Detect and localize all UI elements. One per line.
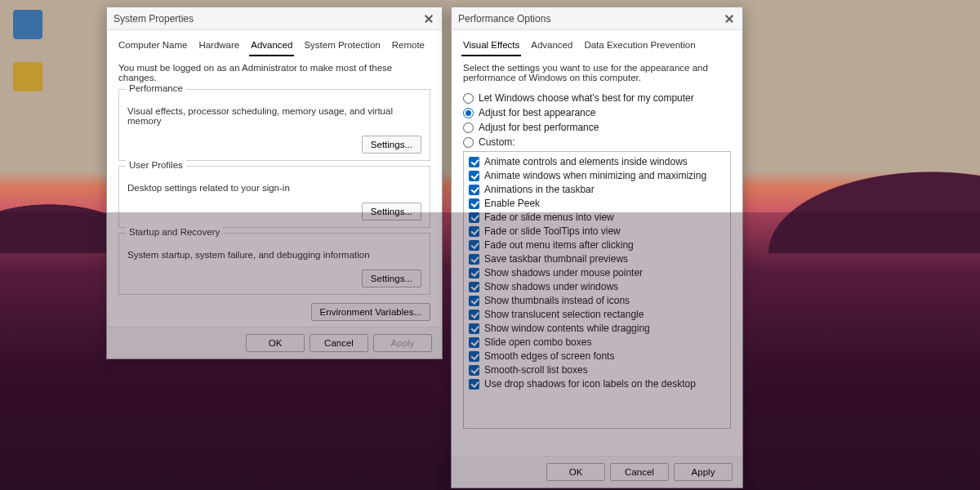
tab-system-protection[interactable]: System Protection: [302, 37, 381, 56]
visual-effect-option[interactable]: Fade or slide ToolTips into view: [469, 225, 725, 238]
checkbox-icon: [469, 254, 479, 265]
close-icon[interactable]: [422, 12, 435, 25]
group-performance: PerformanceVisual effects, processor sch…: [118, 89, 430, 161]
group-legend: User Profiles: [126, 160, 186, 170]
radio-label: Adjust for best performance: [479, 122, 599, 133]
radio-icon: [463, 93, 474, 104]
checkbox-icon: [469, 226, 479, 237]
visual-effect-option[interactable]: Fade or slide menus into view: [469, 211, 725, 225]
radio-icon: [463, 108, 474, 118]
checkbox-icon: [469, 310, 479, 320]
tab-visual-effects[interactable]: Visual Effects: [461, 37, 521, 56]
desktop-icon[interactable]: [7, 10, 49, 41]
close-icon[interactable]: [723, 12, 736, 25]
tab-computer-name[interactable]: Computer Name: [117, 37, 189, 56]
checkbox-icon: [469, 379, 479, 390]
settings-button[interactable]: Settings...: [362, 203, 421, 220]
ok-button[interactable]: OK: [246, 334, 305, 352]
radio-icon: [463, 122, 474, 133]
option-label: Smooth edges of screen fonts: [484, 350, 614, 363]
checkbox-icon: [469, 282, 479, 292]
group-startup-and-recovery: Startup and RecoverySystem startup, syst…: [118, 233, 430, 295]
option-label: Fade or slide menus into view: [484, 211, 614, 225]
option-label: Fade out menu items after clicking: [484, 238, 634, 252]
tab-advanced[interactable]: Advanced: [529, 37, 574, 56]
tab-remote[interactable]: Remote: [390, 37, 426, 56]
radio-label: Let Windows choose what's best for my co…: [479, 92, 694, 104]
settings-button[interactable]: Settings...: [362, 136, 421, 154]
visual-effect-option[interactable]: Animate controls and elements inside win…: [469, 155, 725, 169]
dialog-body: Select the settings you want to use for …: [452, 56, 742, 456]
option-label: Show window contents while dragging: [484, 322, 650, 336]
instruction-text: Select the settings you want to use for …: [463, 63, 731, 82]
radio-option[interactable]: Custom:: [463, 136, 731, 148]
option-label: Slide open combo boxes: [484, 336, 591, 350]
group-legend: Startup and Recovery: [126, 227, 223, 237]
radio-label: Custom:: [479, 136, 515, 148]
visual-effect-option[interactable]: Use drop shadows for icon labels on the …: [469, 377, 725, 391]
titlebar[interactable]: Performance Options: [452, 7, 742, 30]
checkbox-icon: [469, 296, 479, 306]
checkbox-icon: [469, 323, 479, 334]
visual-effect-option[interactable]: Enable Peek: [469, 197, 725, 211]
option-label: Show shadows under windows: [484, 280, 618, 294]
group-description: Desktop settings related to your sign-in: [127, 183, 421, 193]
visual-effect-option[interactable]: Smooth-scroll list boxes: [469, 363, 725, 377]
radio-option[interactable]: Adjust for best performance: [463, 122, 731, 133]
cancel-button[interactable]: Cancel: [310, 334, 368, 352]
environment-variables-button[interactable]: Environment Variables...: [311, 303, 430, 321]
visual-effect-option[interactable]: Fade out menu items after clicking: [469, 238, 725, 252]
group-user-profiles: User ProfilesDesktop settings related to…: [118, 166, 430, 228]
option-label: Fade or slide ToolTips into view: [484, 225, 621, 238]
option-label: Use drop shadows for icon labels on the …: [484, 377, 696, 391]
window-title: Performance Options: [458, 13, 550, 24]
visual-effect-option[interactable]: Smooth edges of screen fonts: [469, 350, 725, 363]
folder-icon: [13, 62, 42, 91]
tab-advanced[interactable]: Advanced: [249, 37, 294, 56]
visual-effect-option[interactable]: Show shadows under windows: [469, 280, 725, 294]
checkbox-icon: [469, 351, 479, 362]
titlebar[interactable]: System Properties: [107, 7, 442, 30]
checkbox-icon: [469, 365, 479, 376]
recycle-bin-icon: [13, 10, 42, 39]
visual-effects-list[interactable]: Animate controls and elements inside win…: [463, 151, 731, 429]
tab-strip: Computer NameHardwareAdvancedSystem Prot…: [107, 30, 442, 56]
desktop-icon[interactable]: [7, 62, 49, 93]
system-properties-dialog: System Properties Computer NameHardwareA…: [106, 7, 443, 359]
tab-strip: Visual EffectsAdvancedData Execution Pre…: [452, 30, 742, 56]
checkbox-icon: [469, 212, 479, 223]
performance-options-dialog: Performance Options Visual EffectsAdvanc…: [451, 7, 743, 488]
visual-effect-option[interactable]: Save taskbar thumbnail previews: [469, 252, 725, 266]
cancel-button[interactable]: Cancel: [610, 463, 669, 481]
checkbox-icon: [469, 185, 479, 195]
radio-option[interactable]: Adjust for best appearance: [463, 107, 731, 118]
apply-button[interactable]: Apply: [674, 463, 733, 481]
tab-data-execution-prevention[interactable]: Data Execution Prevention: [582, 37, 697, 56]
visual-effect-option[interactable]: Show window contents while dragging: [469, 322, 725, 336]
radio-icon: [463, 137, 474, 148]
admin-notice: You must be logged on as an Administrato…: [118, 63, 430, 82]
option-label: Enable Peek: [484, 197, 540, 211]
option-label: Show thumbnails instead of icons: [484, 294, 630, 308]
visual-effect-option[interactable]: Animate windows when minimizing and maxi…: [469, 169, 725, 183]
window-title: System Properties: [114, 13, 194, 24]
visual-effect-option[interactable]: Animations in the taskbar: [469, 183, 725, 197]
checkbox-icon: [469, 171, 479, 181]
visual-effect-option[interactable]: Show thumbnails instead of icons: [469, 294, 725, 308]
option-label: Smooth-scroll list boxes: [484, 363, 588, 377]
visual-effect-option[interactable]: Show translucent selection rectangle: [469, 308, 725, 322]
apply-button[interactable]: Apply: [373, 334, 432, 352]
checkbox-icon: [469, 157, 479, 167]
tab-hardware[interactable]: Hardware: [197, 37, 241, 56]
visual-effect-option[interactable]: Slide open combo boxes: [469, 336, 725, 350]
visual-effect-option[interactable]: Show shadows under mouse pointer: [469, 266, 725, 280]
option-label: Animations in the taskbar: [484, 183, 595, 197]
radio-option[interactable]: Let Windows choose what's best for my co…: [463, 92, 731, 104]
checkbox-icon: [469, 268, 479, 278]
settings-button[interactable]: Settings...: [362, 270, 421, 287]
option-label: Animate controls and elements inside win…: [484, 155, 688, 169]
ok-button[interactable]: OK: [546, 463, 605, 481]
radio-label: Adjust for best appearance: [479, 107, 595, 118]
checkbox-icon: [469, 240, 479, 251]
option-label: Save taskbar thumbnail previews: [484, 252, 628, 266]
